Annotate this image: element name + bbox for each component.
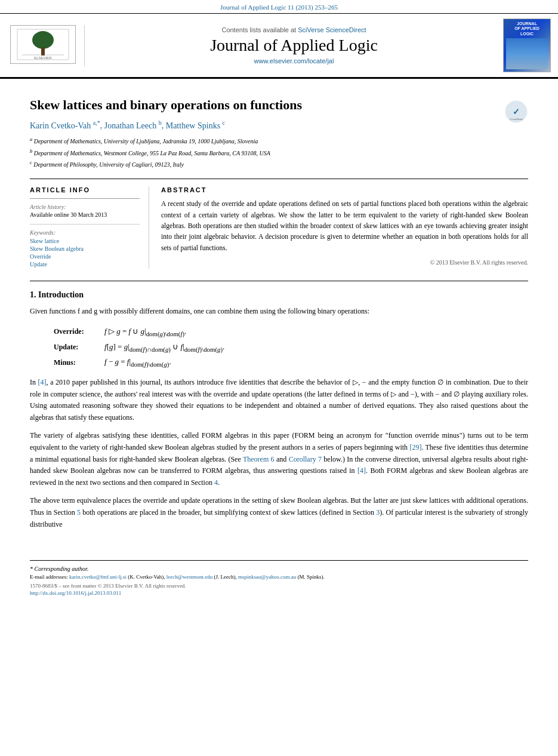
keyword-2: Skew Boolean algebra: [30, 245, 140, 252]
journal-url: www.elsevier.com/locate/jal: [91, 57, 497, 64]
affiliation-a: a Department of Mathematics, University …: [30, 136, 528, 146]
intro-para-1: Given functions f and g with possibly di…: [30, 306, 528, 318]
copyright-note: © 2013 Elsevier B.V. All rights reserved…: [161, 259, 528, 266]
affiliations: a Department of Mathematics, University …: [30, 136, 528, 170]
author-matthew: Matthew Spinks c: [166, 121, 225, 130]
available-online: Available online 30 March 2013: [30, 211, 140, 218]
keyword-3: Override: [30, 253, 140, 260]
abstract-text: A recent study of the override and updat…: [161, 198, 528, 253]
sciverse-link[interactable]: SciVerse ScienceDirect: [298, 26, 366, 33]
svg-rect-2: [41, 47, 45, 56]
cover-art: [506, 38, 548, 69]
cover-title-text: JOURNALOF APPLIEDLOGIC: [514, 21, 539, 36]
affiliation-b: b Department of Mathematics, Westmont Co…: [30, 147, 528, 158]
elsevier-logo: ELSEVIER: [7, 25, 85, 66]
journal-title: Journal of Applied Logic: [91, 36, 497, 55]
cite-4b[interactable]: [4]: [357, 466, 366, 475]
theorem-6-ref[interactable]: Theorem 6: [243, 455, 275, 463]
svg-point-1: [32, 31, 54, 49]
update-formula: f[g] = g|dom(f)∩dom(g) ∪ f|dom(f)\dom(g)…: [104, 342, 224, 353]
abstract-label: ABSTRACT: [161, 186, 528, 193]
email-karin[interactable]: karin.cvetko@fmf.uni-lj.si: [69, 574, 127, 580]
section-1-heading: 1. Introduction: [30, 290, 528, 300]
minus-operation: Minus: f − g = f|dom(f)\dom(g).: [54, 357, 528, 368]
corresponding-author: * Corresponding author.: [30, 566, 528, 572]
keywords-label: Keywords:: [30, 229, 140, 236]
article-title: Skew lattices and binary operations on f…: [30, 97, 528, 114]
affiliation-c: c Department of Philosophy, University o…: [30, 159, 528, 170]
section-divider: [30, 281, 528, 281]
journal-citation: Journal of Applied Logic 11 (2013) 253–2…: [220, 4, 338, 11]
elsevier-logo-box: ELSEVIER: [10, 25, 76, 64]
section-4-ref[interactable]: 4: [214, 478, 218, 487]
email-addresses: E-mail addresses: karin.cvetko@fmf.uni-l…: [30, 574, 528, 580]
elsevier-logo-svg: ELSEVIER: [16, 28, 70, 61]
crossmark-icon: ✓ CrossMark: [504, 100, 528, 124]
journal-center: Contents lists available at SciVerse Sci…: [91, 26, 497, 64]
section-3-ref[interactable]: 3: [376, 508, 380, 517]
section-1: 1. Introduction Given functions f and g …: [30, 290, 528, 530]
intro-para-4: The above term equivalence places the ov…: [30, 495, 528, 530]
email-jonathan[interactable]: leech@westmont.edu: [167, 574, 213, 580]
operations-block: Override: f ▷ g = f ∪ g|dom(g)\dom(f). U…: [54, 327, 528, 368]
contents-available: Contents lists available at SciVerse Sci…: [91, 26, 497, 33]
intro-para-3: The variety of algebras satisfying these…: [30, 430, 528, 489]
article-info-label: ARTICLE INFO: [30, 186, 140, 193]
corollary-7-ref[interactable]: Corollary 7: [289, 455, 322, 463]
journal-header: ELSEVIER Contents lists available at Sci…: [0, 14, 558, 79]
cite-4[interactable]: [4]: [38, 378, 47, 386]
svg-text:ELSEVIER: ELSEVIER: [34, 56, 52, 60]
override-formula: f ▷ g = f ∪ g|dom(g)\dom(f).: [104, 327, 186, 337]
svg-text:CrossMark: CrossMark: [510, 118, 523, 121]
author-jonathan: Jonathan Leech b,: [104, 121, 166, 130]
abstract-section: ABSTRACT A recent study of the override …: [161, 186, 528, 269]
minus-formula: f − g = f|dom(f)\dom(g).: [104, 357, 171, 368]
author-karin: Karin Cvetko-Vah a,*,: [30, 121, 104, 130]
keyword-1: Skew lattice: [30, 238, 140, 244]
intro-para-2: In [4], a 2010 paper published in this j…: [30, 377, 528, 424]
minus-label: Minus:: [54, 358, 95, 367]
journal-cover-image: JOURNALOF APPLIEDLOGIC: [503, 19, 551, 72]
authors: Karin Cvetko-Vah a,*, Jonathan Leech b, …: [30, 120, 528, 131]
doi-line: http://dx.doi.org/10.1016/j.jal.2013.03.…: [30, 590, 528, 596]
history-label: Article history:: [30, 204, 140, 210]
update-label: Update:: [54, 343, 95, 352]
info-abstract-section: ARTICLE INFO Article history: Available …: [30, 179, 528, 269]
cite-29[interactable]: [29]: [409, 443, 421, 451]
keyword-4: Update: [30, 261, 140, 268]
doi-link[interactable]: http://dx.doi.org/10.1016/j.jal.2013.03.…: [30, 590, 121, 596]
section-5-ref[interactable]: 5: [77, 508, 81, 517]
top-journal-bar: Journal of Applied Logic 11 (2013) 253–2…: [0, 0, 558, 14]
svg-text:✓: ✓: [513, 107, 520, 116]
article-info: ARTICLE INFO Article history: Available …: [30, 186, 149, 269]
issn-line: 1570-8683/$ – see front matter © 2013 El…: [30, 583, 528, 589]
title-area: ✓ CrossMark Skew lattices and binary ope…: [30, 97, 528, 114]
footnote-content: * Corresponding author. E-mail addresses…: [30, 560, 528, 596]
override-operation: Override: f ▷ g = f ∪ g|dom(g)\dom(f).: [54, 327, 528, 337]
paper-content: ✓ CrossMark Skew lattices and binary ope…: [0, 79, 558, 548]
crossmark: ✓ CrossMark: [504, 100, 528, 126]
override-label: Override:: [54, 327, 95, 336]
update-operation: Update: f[g] = g|dom(f)∩dom(g) ∪ f|dom(f…: [54, 342, 528, 353]
email-matthew[interactable]: mspinksau@yahoo.com.au: [238, 574, 296, 580]
footnote-area: * Corresponding author. E-mail addresses…: [0, 560, 558, 608]
